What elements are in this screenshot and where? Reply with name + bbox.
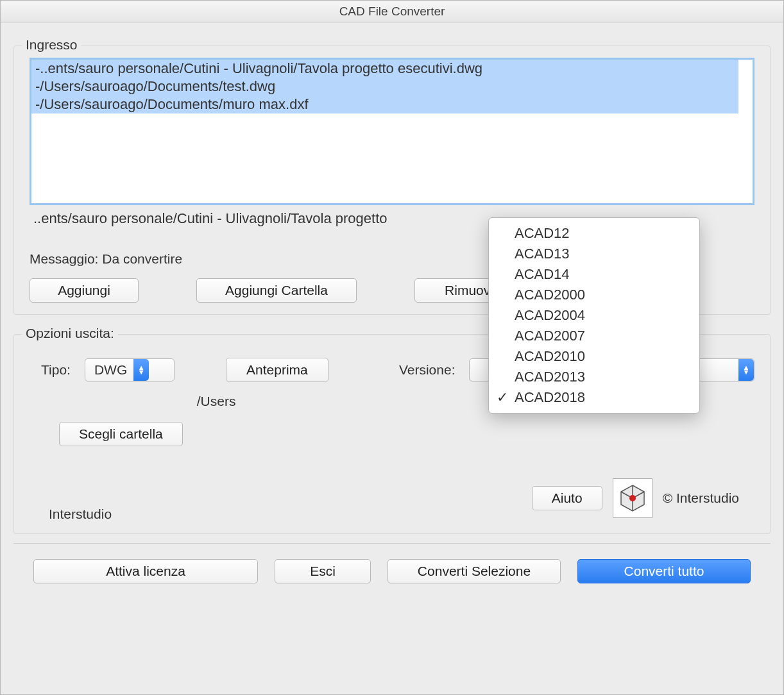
window-content: Ingresso -..ents/sauro personale/Cutini … — [1, 22, 783, 612]
copyright-text: © Interstudio — [663, 490, 739, 506]
dropdown-item[interactable]: ACAD2010 — [489, 346, 699, 367]
ingresso-label: Ingresso — [22, 37, 81, 53]
convert-all-button[interactable]: Converti tutto — [577, 559, 751, 583]
versione-label: Versione: — [399, 362, 456, 378]
chevron-updown-icon: ▲▼ — [738, 359, 754, 381]
bottom-action-bar: Attiva licenza Esci Converti Selezione C… — [13, 543, 771, 599]
app-logo-icon — [613, 478, 652, 518]
tipo-select-value: DWG — [94, 362, 127, 378]
list-item[interactable]: -..ents/sauro personale/Cutini - Ulivagn… — [31, 60, 753, 78]
app-window: CAD File Converter Ingresso -..ents/saur… — [0, 0, 784, 695]
tipo-select[interactable]: DWG ▲▼ — [85, 358, 175, 381]
add-button[interactable]: Aggiungi — [30, 278, 139, 303]
help-button[interactable]: Aiuto — [532, 486, 602, 510]
input-file-list[interactable]: -..ents/sauro personale/Cutini - Ulivagn… — [30, 58, 754, 205]
list-item[interactable]: -/Users/sauroago/Documents/muro max.dxf — [31, 96, 753, 113]
activate-license-button[interactable]: Attiva licenza — [33, 559, 258, 583]
dropdown-item-selected[interactable]: ACAD2018 — [489, 387, 699, 408]
dropdown-item[interactable]: ACAD2007 — [489, 326, 699, 346]
svg-point-5 — [629, 495, 636, 501]
dropdown-item[interactable]: ACAD2000 — [489, 285, 699, 305]
tipo-label: Tipo: — [41, 362, 71, 378]
dropdown-item[interactable]: ACAD2013 — [489, 367, 699, 387]
choose-folder-button[interactable]: Scegli cartella — [59, 422, 183, 446]
dropdown-item[interactable]: ACAD13 — [489, 244, 699, 264]
uscita-label: Opzioni uscita: — [22, 326, 118, 341]
message-prefix: Messaggio: — [30, 251, 98, 266]
scrollbar-track[interactable] — [738, 60, 753, 203]
message-value: Da convertire — [102, 251, 182, 266]
dropdown-item[interactable]: ACAD12 — [489, 223, 699, 244]
output-folder-path: /Users — [197, 394, 236, 409]
window-title: CAD File Converter — [1, 1, 783, 22]
chevron-updown-icon: ▲▼ — [133, 359, 149, 381]
convert-selection-button[interactable]: Converti Selezione — [388, 559, 561, 583]
versione-dropdown[interactable]: ACAD12 ACAD13 ACAD14 ACAD2000 ACAD2004 A… — [488, 217, 700, 414]
list-item[interactable]: -/Users/sauroago/Documents/test.dwg — [31, 78, 753, 96]
add-folder-button[interactable]: Aggiungi Cartella — [196, 278, 357, 303]
anteprima-button[interactable]: Anteprima — [226, 358, 328, 382]
dropdown-item[interactable]: ACAD14 — [489, 264, 699, 285]
exit-button[interactable]: Esci — [275, 559, 371, 583]
dropdown-item[interactable]: ACAD2004 — [489, 305, 699, 326]
